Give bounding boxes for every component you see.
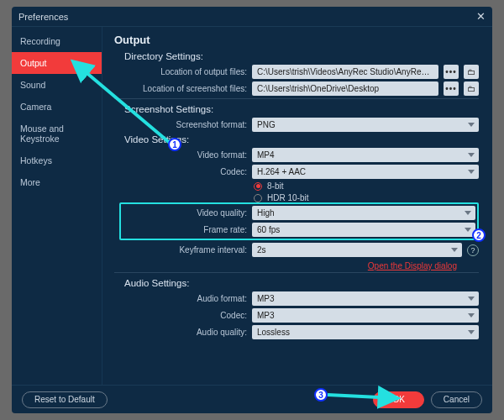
- sidebar-item-sound[interactable]: Sound: [12, 74, 102, 96]
- divider: [114, 272, 479, 273]
- footer: Reset to Default OK Cancel: [12, 385, 492, 413]
- sidebar-item-camera[interactable]: Camera: [12, 96, 102, 118]
- cancel-button[interactable]: Cancel: [431, 391, 482, 408]
- audio-format-label: Audio format:: [121, 294, 247, 303]
- sidebar-item-more[interactable]: More: [12, 171, 102, 193]
- open-output-folder-button[interactable]: 🗀: [464, 65, 479, 79]
- output-location-label: Location of output files:: [121, 67, 247, 76]
- divider: [114, 98, 479, 99]
- audio-quality-label: Audio quality:: [121, 328, 247, 337]
- audio-format-select[interactable]: MP3: [252, 291, 479, 306]
- output-location-field[interactable]: C:\Users\trish\Videos\AnyRec Studio\AnyR…: [252, 65, 438, 79]
- video-format-label: Video format:: [121, 150, 247, 160]
- browse-screenshot-button[interactable]: •••: [444, 81, 459, 96]
- section-directory: Directory Settings:: [124, 51, 479, 61]
- sidebar-item-output[interactable]: Output: [12, 52, 102, 74]
- annotation-badge-1: 1: [168, 138, 181, 151]
- sidebar-item-hotkeys[interactable]: Hotkeys: [12, 150, 102, 171]
- content-panel: Output Directory Settings: Location of o…: [102, 27, 492, 385]
- open-screenshot-folder-button[interactable]: 🗀: [464, 81, 479, 96]
- help-icon[interactable]: ?: [467, 244, 479, 256]
- close-icon[interactable]: ✕: [476, 10, 486, 23]
- radio-hdr10[interactable]: [254, 194, 262, 202]
- quality-framerate-highlight: Video quality: High Frame rate: 60 fps: [119, 202, 479, 240]
- audio-codec-label: Codec:: [121, 311, 247, 320]
- sidebar-item-recording[interactable]: Recording: [12, 30, 102, 52]
- section-screenshot: Screenshot Settings:: [124, 104, 479, 114]
- browse-output-button[interactable]: •••: [444, 65, 459, 79]
- video-codec-select[interactable]: H.264 + AAC: [252, 165, 479, 179]
- audio-codec-select[interactable]: MP3: [252, 308, 479, 323]
- radio-8bit[interactable]: [254, 182, 262, 191]
- screenshot-format-label: Screenshot format:: [121, 120, 247, 129]
- screenshot-location-label: Location of screenshot files:: [121, 84, 247, 93]
- ellipsis-icon: •••: [445, 67, 457, 76]
- sidebar-item-mouse-keystroke[interactable]: Mouse and Keystroke: [12, 118, 102, 150]
- screenshot-format-select[interactable]: PNG: [252, 118, 479, 132]
- folder-icon: 🗀: [467, 67, 475, 76]
- keyframe-interval-label: Keyframe interval:: [121, 245, 247, 255]
- section-audio: Audio Settings:: [124, 278, 479, 288]
- folder-icon: 🗀: [467, 84, 475, 93]
- ok-button[interactable]: OK: [373, 391, 423, 408]
- titlebar: Preferences ✕: [12, 7, 492, 27]
- audio-quality-select[interactable]: Lossless: [252, 325, 479, 339]
- annotation-badge-2: 2: [472, 228, 486, 242]
- radio-8bit-label: 8-bit: [267, 181, 283, 191]
- window-title: Preferences: [18, 12, 68, 22]
- video-format-select[interactable]: MP4: [252, 148, 479, 162]
- video-codec-label: Codec:: [121, 167, 247, 176]
- page-title: Output: [114, 34, 479, 46]
- video-quality-select[interactable]: High: [252, 206, 475, 220]
- preferences-window: Preferences ✕ Recording Output Sound Cam…: [12, 7, 492, 413]
- open-display-dialog-link[interactable]: Open the Display dialog: [368, 261, 457, 270]
- reset-to-default-button[interactable]: Reset to Default: [22, 391, 108, 408]
- ellipsis-icon: •••: [445, 84, 457, 93]
- frame-rate-select[interactable]: 60 fps: [252, 223, 475, 237]
- keyframe-interval-select[interactable]: 2s: [252, 243, 462, 257]
- window-body: Recording Output Sound Camera Mouse and …: [12, 27, 492, 385]
- screenshot-location-field[interactable]: C:\Users\trish\OneDrive\Desktop: [252, 81, 438, 96]
- frame-rate-label: Frame rate:: [123, 225, 247, 234]
- radio-hdr10-label: HDR 10-bit: [267, 193, 308, 202]
- sidebar: Recording Output Sound Camera Mouse and …: [12, 27, 102, 385]
- annotation-badge-3: 3: [314, 388, 328, 402]
- video-quality-label: Video quality:: [123, 208, 247, 218]
